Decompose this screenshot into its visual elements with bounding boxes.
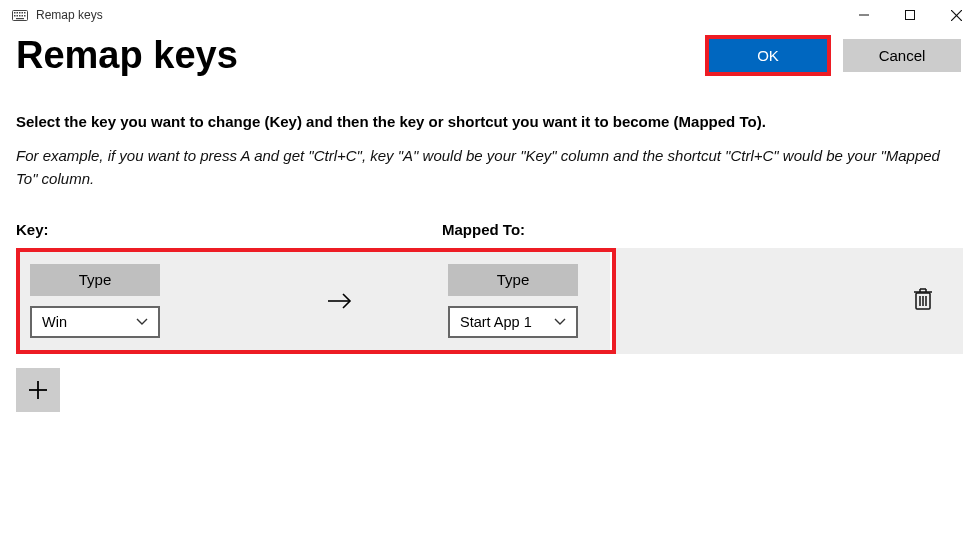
maximize-button[interactable] — [887, 0, 933, 30]
key-dropdown-value: Win — [42, 314, 67, 330]
svg-rect-1 — [14, 12, 16, 14]
content: Remap keys OK Cancel Select the key you … — [0, 34, 979, 412]
svg-rect-10 — [24, 15, 26, 17]
mapping-row: Type Win Type Start App 1 — [16, 248, 963, 354]
mapping-highlight: Type Win Type Start App 1 — [16, 248, 616, 354]
ok-button-highlight: OK — [705, 35, 831, 76]
chevron-down-icon — [136, 318, 148, 326]
mapped-column-header: Mapped To: — [442, 221, 525, 238]
svg-rect-8 — [19, 15, 21, 17]
svg-rect-11 — [16, 18, 24, 19]
key-dropdown[interactable]: Win — [30, 306, 160, 338]
close-button[interactable] — [933, 0, 979, 30]
arrow-icon — [240, 252, 440, 350]
key-type-button[interactable]: Type — [30, 264, 160, 296]
row-actions — [616, 248, 963, 354]
svg-rect-6 — [14, 15, 16, 17]
svg-rect-9 — [22, 15, 24, 17]
instructions-text: Select the key you want to change (Key) … — [16, 113, 963, 130]
minimize-button[interactable] — [841, 0, 887, 30]
mapped-dropdown[interactable]: Start App 1 — [448, 306, 578, 338]
mapped-type-button[interactable]: Type — [448, 264, 578, 296]
keyboard-icon — [6, 10, 34, 21]
window-title: Remap keys — [36, 8, 841, 22]
svg-rect-5 — [24, 12, 26, 14]
svg-rect-2 — [17, 12, 19, 14]
svg-rect-4 — [22, 12, 24, 14]
key-cell: Type Win — [20, 252, 240, 350]
cancel-button[interactable]: Cancel — [843, 39, 961, 72]
ok-button[interactable]: OK — [709, 39, 827, 72]
page-title: Remap keys — [16, 34, 705, 77]
titlebar: Remap keys — [0, 0, 979, 30]
svg-rect-13 — [906, 11, 915, 20]
example-text: For example, if you want to press A and … — [16, 144, 963, 191]
key-column-header: Key: — [16, 221, 442, 238]
mapped-dropdown-value: Start App 1 — [460, 314, 532, 330]
svg-rect-3 — [19, 12, 21, 14]
delete-row-button[interactable] — [913, 287, 933, 315]
chevron-down-icon — [554, 318, 566, 326]
header-row: Remap keys OK Cancel — [16, 34, 963, 77]
add-row-button[interactable] — [16, 368, 60, 412]
mapped-cell: Type Start App 1 — [440, 252, 610, 350]
svg-rect-7 — [17, 15, 19, 17]
column-headers: Key: Mapped To: — [16, 221, 963, 238]
